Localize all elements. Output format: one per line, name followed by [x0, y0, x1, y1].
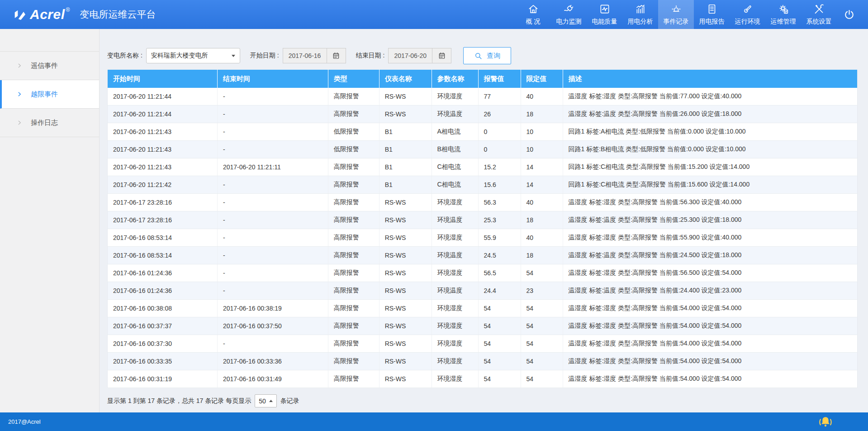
station-label: 变电所名称 :	[107, 52, 142, 60]
start-date-calendar-button[interactable]	[327, 48, 346, 63]
nav-item-operating-env[interactable]: 运行环境	[730, 0, 765, 29]
page-size-select[interactable]: 50	[255, 394, 277, 407]
table-cell: RS-WS	[379, 247, 432, 264]
bell-icon	[818, 415, 833, 429]
table-row: 2017-06-20 11:21:44-高限报警RS-WS环境湿度7740温湿度…	[108, 88, 858, 105]
nav-item-usage-analysis[interactable]: 用电分析	[622, 0, 658, 29]
nav-item-power-monitoring[interactable]: 电力监测	[551, 0, 587, 29]
table-row: 2017-06-17 23:28:16-高限报警RS-WS环境温度25.318温…	[108, 211, 858, 229]
table-cell: 2017-06-16 01:24:36	[108, 282, 218, 300]
chart-icon	[635, 3, 646, 15]
table-cell: 高限报警	[328, 158, 379, 176]
logout-power-button[interactable]	[837, 0, 868, 29]
nav-item-power-quality[interactable]: 电能质量	[587, 0, 622, 29]
nav-item-usage-report[interactable]: 用电报告	[694, 0, 730, 29]
table-cell: 10	[521, 141, 563, 158]
column-header: 参数名称	[432, 70, 478, 88]
column-header: 开始时间	[108, 70, 218, 88]
table-cell: 2017-06-20 11:21:44	[108, 105, 218, 123]
top-nav: 概 况电力监测电能质量用电分析事件记录用电报告运行环境运维管理系统设置	[515, 0, 837, 29]
table-cell: 2017-06-20 11:21:42	[108, 176, 218, 194]
table-cell: 2017-06-20 11:21:44	[108, 88, 218, 105]
calendar-icon	[438, 52, 446, 60]
end-date-input[interactable]: 2017-06-20	[388, 48, 432, 63]
table-cell: 温湿度 标签:湿度 类型:高限报警 当前值:54.000 设定值:54.000	[563, 353, 857, 370]
sidebar-item-remote-signal-events[interactable]: 遥信事件	[0, 52, 99, 80]
column-header: 限定值	[521, 70, 563, 88]
table-cell: 0	[478, 123, 521, 141]
station-select[interactable]: 安科瑞新大楼变电所	[146, 48, 240, 63]
table-cell: 24.5	[478, 247, 521, 264]
table-cell: 54	[478, 370, 521, 388]
table-cell: 40	[521, 88, 563, 105]
table-cell: 15.2	[478, 158, 521, 176]
table-cell: -	[217, 211, 328, 229]
table-cell: 环境湿度	[432, 335, 478, 353]
start-date-input[interactable]: 2017-06-16	[283, 48, 327, 63]
table-cell: 回路1 标签:C相电流 类型:高限报警 当前值:15.600 设定值:14.00…	[563, 176, 857, 194]
table-cell: 温湿度 标签:温度 类型:高限报警 当前值:25.300 设定值:18.000	[563, 211, 857, 229]
table-row: 2017-06-16 01:24:36-高限报警RS-WS环境温度24.423温…	[108, 282, 858, 300]
table-cell: RS-WS	[379, 282, 432, 300]
table-cell: 高限报警	[328, 211, 379, 229]
table-cell: RS-WS	[379, 317, 432, 335]
table-cell: 2017-06-20 11:21:43	[108, 123, 218, 141]
table-cell: 2017-06-17 23:28:16	[108, 194, 218, 211]
table-cell: 温湿度 标签:湿度 类型:高限报警 当前值:54.000 设定值:54.000	[563, 335, 857, 353]
plug-icon	[563, 3, 575, 15]
sidebar-item-operation-logs[interactable]: 操作日志	[0, 109, 99, 137]
nav-item-label: 运行环境	[735, 18, 760, 26]
events-table: 开始时间结束时间类型仪表名称参数名称报警值限定值描述 2017-06-20 11…	[107, 70, 858, 388]
environment-icon	[742, 3, 754, 15]
table-cell: 2017-06-16 08:53:14	[108, 229, 218, 247]
power-icon	[843, 9, 855, 21]
table-cell: 环境温度	[432, 211, 478, 229]
nav-item-label: 概 况	[526, 18, 541, 26]
table-cell: 56.5	[478, 264, 521, 282]
table-cell: RS-WS	[379, 194, 432, 211]
table-cell: 环境温度	[432, 247, 478, 264]
pagination: 显示第 1 到第 17 条记录，总共 17 条记录 每页显示 50 条记录	[107, 394, 868, 407]
table-cell: 40	[521, 194, 563, 211]
table-cell: RS-WS	[379, 229, 432, 247]
table-cell: 2017-06-20 11:21:43	[108, 158, 218, 176]
calendar-icon	[332, 52, 340, 60]
table-cell: 2017-06-16 00:37:50	[217, 317, 328, 335]
table-cell: 26	[478, 105, 521, 123]
table-cell: B相电流	[432, 141, 478, 158]
nav-item-event-records[interactable]: 事件记录	[658, 0, 694, 29]
table-cell: 18	[521, 105, 563, 123]
alarm-bell-icon[interactable]	[818, 415, 833, 431]
end-date-calendar-button[interactable]	[432, 48, 451, 63]
table-cell: 高限报警	[328, 105, 379, 123]
table-cell: 温湿度 标签:温度 类型:高限报警 当前值:24.400 设定值:23.000	[563, 282, 857, 300]
table-cell: 54	[478, 353, 521, 370]
chevron-right-icon	[16, 91, 23, 97]
table-cell: 高限报警	[328, 176, 379, 194]
wave-box-icon	[599, 3, 611, 15]
nav-item-om-management[interactable]: 运维管理	[765, 0, 801, 29]
station-select-value: 安科瑞新大楼变电所	[151, 52, 208, 60]
table-cell: 2017-06-16 00:31:49	[217, 370, 328, 388]
table-cell: 2017-06-20 11:21:11	[217, 158, 328, 176]
nav-item-overview[interactable]: 概 况	[515, 0, 551, 29]
column-header: 结束时间	[217, 70, 328, 88]
query-button[interactable]: 查询	[463, 47, 511, 64]
table-cell: 回路1 标签:B相电流 类型:低限报警 当前值:0.000 设定值:10.000	[563, 141, 857, 158]
sidebar: 遥信事件越限事件操作日志	[0, 29, 100, 412]
table-cell: 温湿度 标签:湿度 类型:高限报警 当前值:77.000 设定值:40.000	[563, 88, 857, 105]
sidebar-item-label: 操作日志	[31, 119, 58, 127]
table-cell: 环境湿度	[432, 370, 478, 388]
acrel-mark-icon	[13, 7, 27, 22]
column-header: 报警值	[478, 70, 521, 88]
table-cell: 回路1 标签:C相电流 类型:高限报警 当前值:15.200 设定值:14.00…	[563, 158, 857, 176]
sidebar-item-over-limit-events[interactable]: 越限事件	[0, 80, 99, 109]
table-cell: 56.3	[478, 194, 521, 211]
table-cell: C相电流	[432, 176, 478, 194]
table-cell: -	[217, 123, 328, 141]
table-cell: 低限报警	[328, 141, 379, 158]
table-cell: -	[217, 141, 328, 158]
sidebar-item-label: 越限事件	[31, 90, 58, 99]
nav-item-system-settings[interactable]: 系统设置	[801, 0, 837, 29]
table-cell: 10	[521, 123, 563, 141]
